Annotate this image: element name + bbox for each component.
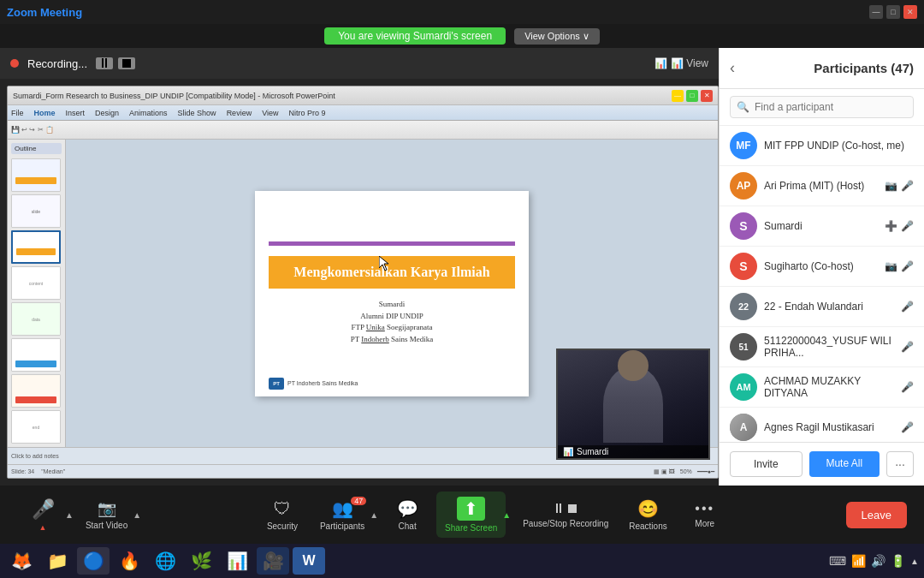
view-icon: 📊 xyxy=(654,57,667,69)
slide-thumb-3[interactable] xyxy=(11,230,61,264)
slide-thumb-5[interactable]: data xyxy=(11,302,61,336)
slide-thumb-8[interactable]: end xyxy=(11,410,61,444)
security-button[interactable]: 🛡 Security xyxy=(257,494,308,536)
taskbar-app3[interactable]: 🔥 xyxy=(113,547,145,575)
security-icon: 🛡 xyxy=(274,499,291,519)
participant-item: 51 51122000043_YUSUF WILI PRIHA... 🎤 xyxy=(720,327,924,367)
minimize-button[interactable]: — xyxy=(869,5,883,19)
mic-icon: 🎤 xyxy=(901,220,914,232)
ribbon-animations[interactable]: Animations xyxy=(129,109,168,117)
ppt-maximize[interactable]: □ xyxy=(686,90,698,102)
video-name-badge: 📊 Sumardi xyxy=(558,445,708,458)
ribbon-design[interactable]: Design xyxy=(95,109,119,117)
participants-button[interactable]: 👥 47 Participants xyxy=(311,493,373,536)
ribbon-review[interactable]: Review xyxy=(227,109,252,117)
share-chevron[interactable]: ▲ xyxy=(502,510,511,520)
more-button[interactable]: ••• More xyxy=(679,496,731,533)
leave-button[interactable]: Leave xyxy=(846,502,907,528)
participant-icons: 🎤 xyxy=(901,381,914,393)
camera-icon: 📷 xyxy=(98,499,116,518)
taskbar-zoom[interactable]: 🎥 xyxy=(257,547,289,575)
more-options-button[interactable]: ··· xyxy=(886,451,914,477)
share-icon: ⬆ xyxy=(457,497,485,521)
ribbon-view[interactable]: View xyxy=(262,109,278,117)
participants-search[interactable]: 🔍 xyxy=(720,89,924,126)
taskbar-chrome[interactable]: 🔵 xyxy=(77,547,110,575)
system-time: ▲ xyxy=(910,557,919,566)
participants-icon: 👥 xyxy=(332,498,353,519)
avatar: 22 xyxy=(730,293,757,320)
view-button[interactable]: 📊 📊 View xyxy=(654,57,708,69)
share-screen-button[interactable]: ⬆ Share Screen xyxy=(436,492,506,538)
ribbon-insert[interactable]: Insert xyxy=(66,109,86,117)
slide-thumb-6[interactable] xyxy=(11,338,61,372)
record-button[interactable]: ⏸⏹ Pause/Stop Recording xyxy=(514,496,617,533)
mic-icon: 🎤 xyxy=(901,421,914,433)
stop-recording-button[interactable]: ⏹ xyxy=(118,57,135,69)
taskbar-word[interactable]: W xyxy=(293,547,325,575)
video-chevron[interactable]: ▲ xyxy=(133,510,141,520)
ppt-outline-header: Outline xyxy=(11,143,62,154)
slide-thumb-7[interactable] xyxy=(11,374,61,408)
taskbar-firefox[interactable]: 🦊 xyxy=(5,547,38,575)
video-thumbnail: 📊 Sumardi xyxy=(556,349,710,460)
mic-icon: 🎤 xyxy=(32,498,55,521)
participant-icons: 🎤 xyxy=(901,301,914,313)
avatar: S xyxy=(730,212,757,240)
maximize-button[interactable]: □ xyxy=(886,5,900,19)
ribbon-file[interactable]: File xyxy=(11,109,24,117)
ribbon-home[interactable]: Home xyxy=(34,109,56,117)
view-label: 📊 View xyxy=(671,57,708,69)
slide-main-title: Mengkomersialkan Karya Ilmiah xyxy=(293,265,489,279)
ppt-close[interactable]: ✕ xyxy=(701,90,713,102)
video-button[interactable]: 📷 Start Video xyxy=(77,494,136,535)
close-button[interactable]: ✕ xyxy=(903,5,917,19)
ppt-ribbon: File Home Insert Design Animations Slide… xyxy=(8,105,718,121)
taskbar-explorer[interactable]: 📁 xyxy=(41,547,74,575)
ppt-minimize[interactable]: — xyxy=(672,90,684,102)
participant-name: Sumardi xyxy=(764,220,878,232)
participant-item: A Agnes Ragil Mustikasari 🎤 xyxy=(720,408,924,442)
network-icon: 📶 xyxy=(851,554,866,568)
invite-button[interactable]: Invite xyxy=(730,451,803,477)
mute-all-button[interactable]: Mute All xyxy=(809,451,880,477)
taskbar-ie[interactable]: 🌐 xyxy=(149,547,181,575)
keyboard-icon: ⌨ xyxy=(829,554,846,568)
slide-thumb-2[interactable]: slide xyxy=(11,194,61,228)
avatar: A xyxy=(730,414,757,441)
avatar: AP xyxy=(730,172,757,200)
ribbon-nitro[interactable]: Nitro Pro 9 xyxy=(289,109,326,117)
window-controls[interactable]: — □ ✕ xyxy=(869,5,917,19)
audio-chevron[interactable]: ▲ xyxy=(65,510,74,520)
participant-name: 51122000043_YUSUF WILI PRIHA... xyxy=(764,335,894,359)
reactions-button[interactable]: 😊 Reactions xyxy=(620,493,675,536)
app-logo: Zoom Meeting xyxy=(7,6,82,19)
mic-icon: 🎤 xyxy=(901,341,914,353)
chat-button[interactable]: 💬 Chat xyxy=(382,493,433,536)
ppt-zoom-slider[interactable]: ━━━●━ xyxy=(697,468,714,475)
share-label: Share Screen xyxy=(445,523,497,533)
slide-thumb-4[interactable]: content xyxy=(11,266,61,300)
recording-dot xyxy=(10,59,19,68)
ppt-click-to-add: Click to add notes xyxy=(11,453,59,459)
taskbar-excel[interactable]: 📊 xyxy=(221,547,253,575)
viewing-text: You are viewing Sumardi's screen xyxy=(324,27,506,45)
view-options-button[interactable]: View Options ∨ xyxy=(514,28,600,45)
battery-icon: 🔋 xyxy=(891,554,905,568)
collapse-button[interactable]: ‹ xyxy=(730,59,735,77)
slide-thumb-1[interactable] xyxy=(11,158,61,192)
audio-button[interactable]: 🎤 ▲ xyxy=(17,493,68,537)
participant-icons: 📷 🎤 xyxy=(885,180,914,192)
ppt-window-controls[interactable]: — □ ✕ xyxy=(672,90,713,102)
participants-badge: 47 xyxy=(351,497,366,505)
recording-controls[interactable]: ⏸ ⏹ xyxy=(96,57,135,69)
taskbar-right: ⌨ 📶 🔊 🔋 ▲ xyxy=(829,554,919,568)
slide-logo-icon: PT xyxy=(269,378,284,390)
participant-item: MF MIT FPP UNDIP (Co-host, me) xyxy=(720,126,924,166)
search-input[interactable] xyxy=(730,96,914,118)
ribbon-slideshow[interactable]: Slide Show xyxy=(178,109,216,117)
taskbar-app5[interactable]: 🌿 xyxy=(185,547,217,575)
search-icon: 🔍 xyxy=(737,101,749,113)
more-label: More xyxy=(695,519,714,528)
pause-recording-button[interactable]: ⏸ xyxy=(96,57,113,69)
